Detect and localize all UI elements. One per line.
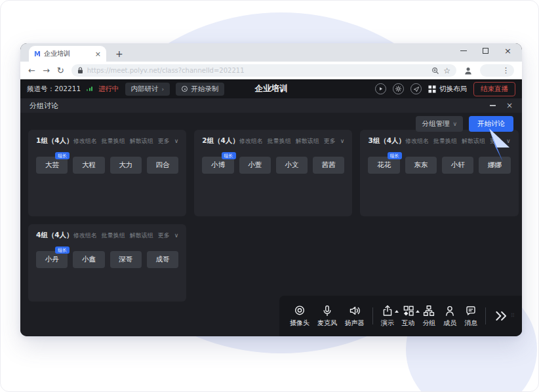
switch-layout-button[interactable]: 切换布局 (428, 85, 467, 94)
messages-button[interactable]: 消息 (464, 304, 477, 328)
batch-move-link[interactable]: 批量换组 (268, 137, 291, 146)
zoom-icon[interactable] (431, 67, 439, 75)
webcam-icon (293, 304, 306, 317)
new-tab-button[interactable]: + (115, 49, 123, 59)
window-maximize-button[interactable] (483, 48, 489, 54)
member-name: 大芸 (45, 161, 59, 170)
group-org-icon (422, 304, 435, 317)
member-chip[interactable]: 茜茜 (313, 157, 344, 174)
end-live-button[interactable]: 结束直播 (473, 82, 515, 96)
interact-grid-icon (402, 304, 415, 317)
more-link[interactable]: 更多 (324, 137, 336, 146)
members-button[interactable]: 成员 (443, 304, 456, 328)
member-chip[interactable]: 小鑫 (73, 251, 104, 268)
group-name: 2组（4人） (202, 136, 239, 146)
dismiss-group-link[interactable]: 解散该组 (130, 231, 153, 240)
rename-group-link[interactable]: 修改组名 (73, 137, 97, 146)
member-chip[interactable]: 大程 (73, 157, 104, 174)
mouse-cursor-icon (481, 128, 510, 163)
record-icon (182, 86, 188, 92)
camera-button[interactable]: 摄像头 (290, 304, 309, 328)
tab-title: 企业培训 (44, 49, 92, 58)
group-discussion-panel-header: 分组讨论 × (20, 98, 522, 113)
member-chip[interactable]: 小博 组长 (202, 157, 233, 174)
member-name: 大程 (82, 161, 96, 170)
chat-bubble-icon (464, 304, 477, 317)
group-manage-label: 分组管理 (422, 119, 449, 128)
forward-icon[interactable]: → (43, 66, 50, 75)
member-chip[interactable]: 大芸 组长 (36, 157, 68, 174)
leader-badge: 组长 (55, 246, 70, 254)
microphone-icon (321, 304, 334, 317)
url-bar[interactable]: https://meet.polyv.net/class?channelId=2… (71, 64, 456, 77)
tab-close-icon[interactable]: × (95, 50, 101, 58)
member-chip[interactable]: 小萱 (239, 157, 271, 174)
batch-move-link[interactable]: 批量换组 (102, 137, 125, 146)
window-minimize-button[interactable] (460, 50, 467, 52)
group-card-4: 4组（4人） 修改组名 批量换组 解散该组 更多 ∨ 小丹 组长 (28, 224, 186, 302)
reload-icon[interactable]: ↻ (57, 66, 64, 75)
group-manage-button[interactable]: 分组管理 ∨ (416, 116, 463, 132)
member-chip[interactable]: 大力 (110, 157, 142, 174)
start-recording-button[interactable]: 开始录制 (176, 83, 224, 96)
page-background: M 企业培训 × + × ← → ↻ https://meet.polyv.ne… (0, 0, 539, 392)
settings-gear-icon[interactable] (393, 83, 404, 94)
member-chip[interactable]: 深哥 (110, 251, 142, 268)
rename-group-link[interactable]: 修改组名 (405, 137, 429, 146)
browser-tab[interactable]: M 企业培训 × (29, 46, 106, 62)
signal-strength-icon (87, 87, 92, 91)
member-chip[interactable]: 四合 (147, 157, 178, 174)
drag-handle-icon[interactable]: ⠿ (511, 315, 515, 317)
window-controls: × (460, 48, 511, 54)
member-chip[interactable]: 成哥 (147, 251, 178, 268)
member-chip[interactable]: 小轩 (442, 157, 473, 174)
member-chip[interactable]: 花花 组长 (368, 157, 399, 174)
share-send-icon[interactable] (410, 83, 422, 94)
speaker-button[interactable]: 扬声器 (345, 304, 365, 328)
interact-button[interactable]: 互动 (402, 304, 415, 328)
more-link[interactable]: 更多 (158, 137, 170, 146)
menu-dots-icon[interactable]: ⋮ (502, 66, 509, 75)
more-link[interactable]: 更多 (158, 231, 170, 240)
interact-label: 互动 (402, 319, 415, 328)
present-button[interactable]: 演示 (381, 304, 394, 328)
grouping-button[interactable]: 分组 (422, 304, 435, 328)
group-name: 1组（4人） (36, 136, 73, 146)
leader-badge: 组长 (222, 152, 236, 159)
browser-menu-pill[interactable]: ⋮ (480, 64, 514, 77)
session-mode-button[interactable]: 内部研讨 › (125, 83, 170, 96)
dismiss-group-link[interactable]: 解散该组 (296, 137, 319, 146)
dismiss-group-link[interactable]: 解散该组 (130, 137, 153, 146)
grouping-label: 分组 (422, 319, 435, 328)
batch-move-link[interactable]: 批量换组 (433, 137, 457, 146)
back-icon[interactable]: ← (28, 66, 35, 75)
member-name: 花花 (377, 161, 391, 170)
bottom-toolbar: 摄像头 麦克风 扬声器 演示 (279, 296, 522, 336)
toolbar-expand-button[interactable]: ⠿ (494, 309, 515, 323)
playback-icon[interactable] (375, 83, 386, 94)
toolbar-divider (372, 307, 373, 324)
batch-move-link[interactable]: 批量换组 (102, 231, 125, 240)
member-chip[interactable]: 小丹 组长 (36, 251, 68, 268)
layout-grid-icon (428, 85, 436, 93)
rename-group-link[interactable]: 修改组名 (73, 231, 97, 240)
bookmark-star-icon[interactable]: ☆ (443, 66, 450, 75)
window-close-button[interactable]: × (504, 48, 511, 54)
app-top-bar: 频道号：202211 进行中 内部研讨 › 开始录制 企业培训 (20, 79, 522, 98)
chevron-down-icon: ∨ (174, 232, 179, 239)
member-name: 深哥 (119, 255, 132, 264)
panel-minimize-button[interactable] (490, 105, 496, 106)
member-chip[interactable]: 小文 (276, 157, 308, 174)
group-card-1: 1组（4人） 修改组名 批量换组 解散该组 更多 ∨ 大芸 组长 (28, 130, 186, 216)
present-label: 演示 (381, 319, 394, 328)
panel-close-button[interactable]: × (506, 102, 513, 109)
member-name: 四合 (156, 161, 170, 170)
switch-layout-label: 切换布局 (439, 85, 467, 94)
microphone-button[interactable]: 麦克风 (317, 304, 337, 328)
member-chip[interactable]: 东东 (405, 157, 437, 174)
rename-group-link[interactable]: 修改组名 (239, 137, 263, 146)
profile-avatar-icon[interactable] (464, 66, 473, 75)
channel-number-label: 频道号：202211 (27, 85, 81, 94)
group-name: 4组（4人） (36, 231, 73, 240)
member-name: 小轩 (451, 161, 465, 170)
